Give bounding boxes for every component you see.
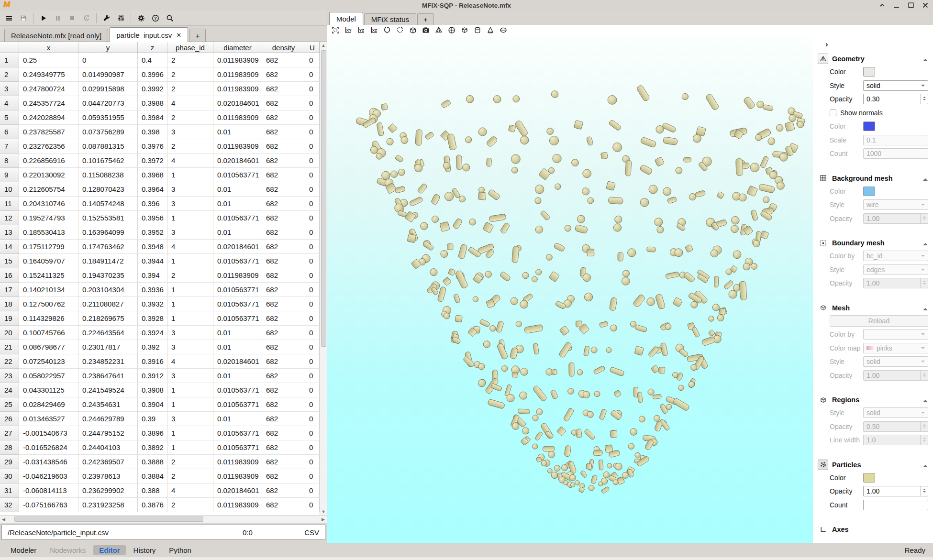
row-header[interactable]: 20: [0, 326, 19, 340]
table-cell[interactable]: 0.127500762: [19, 297, 78, 311]
column-header[interactable]: z: [138, 42, 167, 53]
section-header-particles[interactable]: Particles: [813, 459, 933, 471]
row-header[interactable]: 22: [0, 354, 19, 369]
table-cell[interactable]: 682: [262, 383, 305, 397]
scroll-up-icon[interactable]: ▲: [322, 42, 326, 49]
table-cell[interactable]: 0.392: [138, 340, 167, 354]
table-cell[interactable]: 0.3976: [138, 139, 167, 154]
collapse-arrow-icon[interactable]: [923, 306, 928, 310]
column-header[interactable]: diameter: [213, 42, 262, 53]
particles-icon[interactable]: [818, 460, 828, 470]
table-cell[interactable]: 0.114329826: [19, 311, 78, 326]
settings-icon[interactable]: [134, 12, 147, 24]
table-cell[interactable]: 0.072540123: [19, 354, 78, 369]
table-cell[interactable]: 0.140574248: [78, 197, 138, 211]
row-header[interactable]: 9: [0, 168, 19, 182]
row-header[interactable]: 28: [0, 440, 19, 455]
table-cell[interactable]: 0.086798677: [19, 340, 78, 354]
close-icon[interactable]: ✕: [176, 32, 181, 39]
table-cell[interactable]: 0.184911472: [78, 254, 138, 268]
table-cell[interactable]: 0: [305, 67, 320, 82]
table-cell[interactable]: 0.249349775: [19, 67, 78, 82]
table-cell[interactable]: 2: [167, 110, 213, 125]
parameters-icon[interactable]: [114, 12, 127, 24]
table-cell[interactable]: 0: [78, 53, 138, 67]
build-icon[interactable]: [100, 12, 113, 24]
new-view-tab-button[interactable]: +: [417, 13, 434, 25]
row-header[interactable]: 19: [0, 311, 19, 326]
table-cell[interactable]: 0: [305, 426, 320, 440]
row-header[interactable]: 23: [0, 369, 19, 383]
table-cell[interactable]: 682: [262, 268, 305, 283]
table-cell[interactable]: 0: [305, 254, 320, 268]
table-cell[interactable]: 0.152411325: [19, 268, 78, 283]
table-cell[interactable]: 0.3908: [138, 383, 167, 397]
table-cell[interactable]: 0: [305, 383, 320, 397]
table-cell[interactable]: 0.3944: [138, 254, 167, 268]
table-cell[interactable]: 0: [305, 412, 320, 426]
geometry-icon[interactable]: [818, 54, 828, 64]
table-cell[interactable]: 682: [262, 67, 305, 82]
row-header[interactable]: 13: [0, 225, 19, 240]
table-cell[interactable]: 0.011983909: [213, 469, 262, 483]
table-cell[interactable]: 0.224643564: [78, 326, 138, 340]
table-cell[interactable]: -0.046219603: [19, 469, 78, 483]
table-cell[interactable]: 0.028429469: [19, 397, 78, 412]
table-cell[interactable]: 0.010563771: [213, 283, 262, 297]
table-cell[interactable]: 0.4: [138, 53, 167, 67]
table-cell[interactable]: 0.218269675: [78, 311, 138, 326]
table-cell[interactable]: 682: [262, 340, 305, 354]
table-cell[interactable]: 0.3924: [138, 326, 167, 340]
row-header[interactable]: 1: [0, 53, 19, 67]
title-bar[interactable]: M MFiX-SQP - ReleaseNote.mfx: [0, 0, 933, 11]
table-cell[interactable]: 0: [305, 340, 320, 354]
table-cell[interactable]: 0: [305, 53, 320, 67]
maximize-button[interactable]: [907, 1, 915, 9]
table-cell[interactable]: 0.014990987: [78, 67, 138, 82]
table-cell[interactable]: 0.3916: [138, 354, 167, 369]
table-cell[interactable]: 0: [305, 483, 320, 498]
table-cell[interactable]: 0.01: [213, 182, 262, 197]
column-header[interactable]: x: [19, 42, 78, 53]
table-cell[interactable]: 0.011983909: [213, 110, 262, 125]
table-cell[interactable]: 1: [167, 426, 213, 440]
table-cell[interactable]: 0.24404103: [78, 440, 138, 455]
table-cell[interactable]: 0.3964: [138, 182, 167, 197]
table-cell[interactable]: 0.3876: [138, 498, 167, 512]
table-cell[interactable]: 0.010563771: [213, 397, 262, 412]
geometry-color-swatch[interactable]: [863, 67, 875, 77]
table-cell[interactable]: 682: [262, 53, 305, 67]
table-cell[interactable]: 4: [167, 240, 213, 254]
row-header[interactable]: 17: [0, 283, 19, 297]
geometry-opacity-spinbox[interactable]: 0.30: [863, 94, 928, 104]
table-cell[interactable]: 0.020184601: [213, 96, 262, 110]
particles-opacity-spinbox[interactable]: 1.00: [863, 486, 928, 496]
table-cell[interactable]: 0: [305, 225, 320, 240]
table-cell[interactable]: 1: [167, 311, 213, 326]
table-cell[interactable]: 0.39: [138, 412, 167, 426]
section-header-geometry[interactable]: Geometry: [813, 53, 933, 65]
camera-icon[interactable]: [421, 26, 431, 35]
row-header[interactable]: 6: [0, 125, 19, 139]
table-cell[interactable]: 0.396: [138, 197, 167, 211]
tab-particle-input-csv[interactable]: particle_input.csv✕: [110, 27, 188, 42]
table-cell[interactable]: 0.185530413: [19, 225, 78, 240]
table-cell[interactable]: -0.031438546: [19, 455, 78, 469]
table-cell[interactable]: 0.23978613: [78, 469, 138, 483]
table-cell[interactable]: 0.010563771: [213, 440, 262, 455]
table-cell[interactable]: 0: [305, 455, 320, 469]
table-cell[interactable]: 0: [305, 125, 320, 139]
table-cell[interactable]: 0.3952: [138, 225, 167, 240]
row-header[interactable]: 32: [0, 498, 19, 512]
table-cell[interactable]: 0.01: [213, 340, 262, 354]
table-cell[interactable]: 682: [262, 82, 305, 96]
table-cell[interactable]: 0.011983909: [213, 139, 262, 154]
table-cell[interactable]: 682: [262, 225, 305, 240]
table-cell[interactable]: 0.020184601: [213, 154, 262, 168]
row-header[interactable]: 30: [0, 469, 19, 483]
table-cell[interactable]: 0.241549524: [78, 383, 138, 397]
table-cell[interactable]: 682: [262, 240, 305, 254]
table-cell[interactable]: 3: [167, 225, 213, 240]
column-header[interactable]: [0, 42, 19, 53]
table-cell[interactable]: 0.152553581: [78, 211, 138, 225]
